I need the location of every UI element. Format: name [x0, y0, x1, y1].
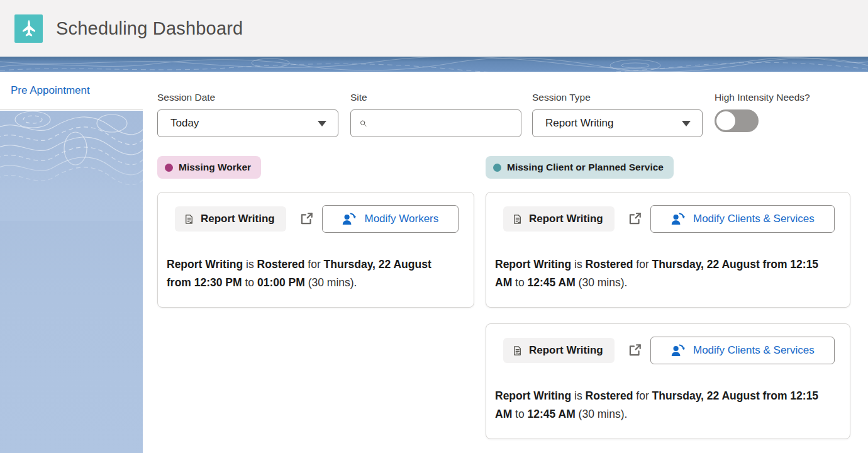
- modify-workers-button[interactable]: Modify Workers: [322, 205, 459, 233]
- session-card: Report Writing: [157, 192, 474, 308]
- modify-clients-services-label: Modify Clients & Services: [693, 213, 815, 225]
- session-description: Report Writing is Rostered for Thursday,…: [167, 255, 459, 292]
- card-actions: Report Writing: [503, 337, 835, 364]
- person-refresh-icon: [670, 343, 686, 358]
- session-type-chip[interactable]: Report Writing: [503, 338, 615, 363]
- high-intensity-label: High Intensity Needs?: [715, 92, 810, 103]
- airplane-icon: [18, 18, 40, 39]
- session-type-chip-label: Report Writing: [201, 213, 275, 225]
- session-type-chip-label: Report Writing: [529, 344, 603, 357]
- modify-clients-services-label: Modify Clients & Services: [693, 344, 815, 357]
- sidebar-texture-fade: [0, 111, 143, 221]
- toggle-knob: [716, 111, 735, 130]
- app-header: Scheduling Dashboard: [0, 0, 868, 57]
- report-document-icon: [184, 214, 194, 225]
- session-date-value: Today: [170, 117, 199, 130]
- external-link-icon: [627, 343, 642, 358]
- session-description: Report Writing is Rostered for Thursday,…: [495, 255, 835, 292]
- app-logo: [14, 14, 43, 43]
- person-refresh-icon: [342, 211, 357, 226]
- report-document-icon: [512, 345, 523, 356]
- modify-clients-services-button[interactable]: Modify Clients & Services: [650, 337, 835, 364]
- filter-site: Site: [350, 92, 521, 137]
- session-type-chip-label: Report Writing: [529, 213, 603, 225]
- card-actions: Report Writing: [503, 205, 835, 233]
- site-label: Site: [350, 92, 521, 103]
- caret-down-icon: [318, 121, 326, 126]
- missing-client-column: Missing Client or Planned Service Report…: [486, 156, 850, 453]
- banner-texture: [0, 57, 868, 72]
- modify-clients-services-button[interactable]: Modify Clients & Services: [650, 205, 835, 233]
- session-type-chip[interactable]: Report Writing: [175, 206, 286, 232]
- missing-worker-badge-label: Missing Worker: [179, 162, 251, 173]
- missing-worker-badge: Missing Worker: [157, 156, 261, 179]
- high-intensity-toggle[interactable]: [715, 109, 759, 132]
- main-content: Session Date Today Site Session Type Rep…: [143, 72, 868, 453]
- missing-worker-dot-icon: [165, 164, 173, 172]
- session-type-select[interactable]: Report Writing: [532, 109, 703, 137]
- modify-workers-label: Modify Workers: [364, 213, 438, 225]
- filter-session-date: Session Date Today: [157, 92, 338, 137]
- person-refresh-icon: [670, 211, 686, 226]
- missing-worker-column: Missing Worker Report Writing: [157, 156, 474, 323]
- site-search-box: [350, 109, 521, 137]
- report-document-icon: [512, 214, 523, 225]
- external-link-icon: [299, 211, 314, 226]
- open-record-button[interactable]: [627, 343, 642, 358]
- caret-down-icon: [682, 121, 691, 126]
- session-description: Report Writing is Rostered for Thursday,…: [495, 387, 835, 423]
- open-record-button[interactable]: [627, 211, 642, 226]
- tab-pre-appointment-label: Pre Appointment: [11, 84, 90, 97]
- filter-high-intensity: High Intensity Needs?: [715, 92, 810, 132]
- external-link-icon: [627, 211, 642, 226]
- vertical-tab-strip: Pre Appointment: [0, 72, 143, 453]
- session-type-chip[interactable]: Report Writing: [503, 206, 615, 232]
- missing-client-dot-icon: [493, 164, 501, 172]
- search-icon: [360, 117, 367, 130]
- session-type-label: Session Type: [532, 92, 703, 103]
- site-search-input[interactable]: [373, 117, 512, 130]
- session-card: Report Writing: [486, 192, 850, 308]
- tab-pre-appointment[interactable]: Pre Appointment: [0, 72, 143, 110]
- theme-banner: [0, 57, 868, 72]
- missing-client-badge: Missing Client or Planned Service: [486, 156, 674, 179]
- session-date-select[interactable]: Today: [157, 109, 338, 137]
- open-record-button[interactable]: [299, 211, 314, 226]
- filter-session-type: Session Type Report Writing: [532, 92, 703, 137]
- session-card: Report Writing: [486, 323, 850, 439]
- session-type-value: Report Writing: [545, 117, 613, 130]
- session-date-label: Session Date: [157, 92, 338, 103]
- page-title: Scheduling Dashboard: [56, 18, 243, 39]
- card-actions: Report Writing: [175, 205, 459, 233]
- missing-client-badge-label: Missing Client or Planned Service: [507, 162, 664, 173]
- sidebar-background: [0, 111, 143, 453]
